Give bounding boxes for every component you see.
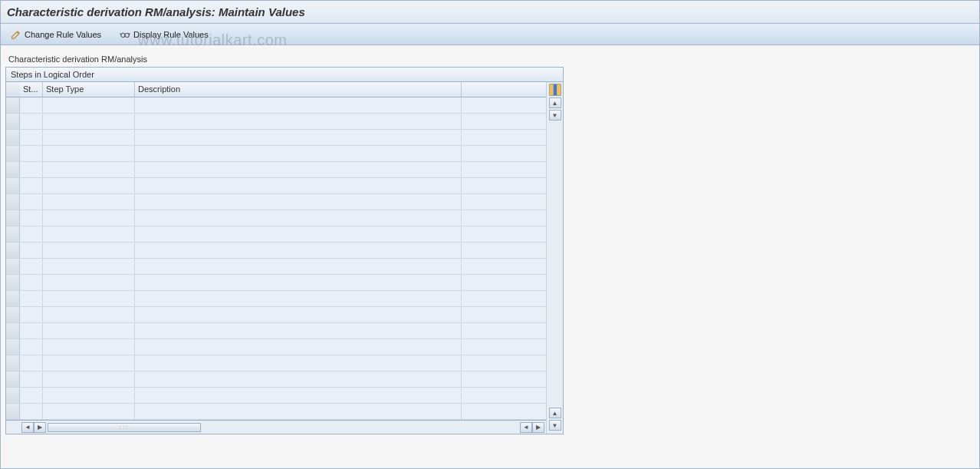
cell-description[interactable] <box>135 178 462 193</box>
vscroll-step-down-button[interactable]: ▼ <box>549 110 561 121</box>
cell-description[interactable] <box>135 388 462 403</box>
cell-step-type[interactable] <box>43 388 135 403</box>
cell-description[interactable] <box>135 226 462 242</box>
cell-step-type[interactable] <box>43 226 135 242</box>
hscroll-track-left[interactable]: ::: <box>48 422 319 433</box>
cell-description[interactable] <box>135 404 462 419</box>
cell-step-type[interactable] <box>43 355 135 371</box>
table-row[interactable] <box>6 130 546 146</box>
cell-st[interactable] <box>20 275 43 290</box>
cell-step-type[interactable] <box>43 307 135 322</box>
row-selector[interactable] <box>6 178 20 193</box>
table-row[interactable] <box>6 210 546 226</box>
cell-st[interactable] <box>20 210 43 226</box>
cell-st[interactable] <box>20 178 43 193</box>
cell-st[interactable] <box>20 259 43 274</box>
cell-step-type[interactable] <box>43 146 135 161</box>
cell-st[interactable] <box>20 194 43 210</box>
table-row[interactable] <box>6 114 546 130</box>
cell-step-type[interactable] <box>43 243 135 258</box>
table-row[interactable] <box>6 307 546 323</box>
table-row[interactable] <box>6 259 546 275</box>
cell-description[interactable] <box>135 146 462 161</box>
row-selector[interactable] <box>6 259 20 274</box>
row-selector[interactable] <box>6 323 20 339</box>
cell-step-type[interactable] <box>43 210 135 226</box>
cell-description[interactable] <box>135 194 462 210</box>
configure-columns-icon[interactable] <box>549 84 561 96</box>
cell-description[interactable] <box>135 162 462 177</box>
column-header-st[interactable]: St... <box>20 82 43 97</box>
cell-description[interactable] <box>135 355 462 371</box>
cell-st[interactable] <box>20 146 43 161</box>
cell-description[interactable] <box>135 307 462 322</box>
cell-step-type[interactable] <box>43 130 135 145</box>
column-header-step-type[interactable]: Step Type <box>43 82 135 97</box>
table-row[interactable] <box>6 404 546 420</box>
cell-st[interactable] <box>20 355 43 371</box>
cell-step-type[interactable] <box>43 194 135 210</box>
table-row[interactable] <box>6 162 546 178</box>
table-row[interactable] <box>6 275 546 291</box>
cell-st[interactable] <box>20 226 43 242</box>
cell-description[interactable] <box>135 210 462 226</box>
row-selector[interactable] <box>6 339 20 355</box>
table-row[interactable] <box>6 178 546 194</box>
row-selector[interactable] <box>6 243 20 258</box>
cell-st[interactable] <box>20 162 43 177</box>
vscroll-step-up-button[interactable]: ▲ <box>549 408 561 418</box>
table-row[interactable] <box>6 339 546 355</box>
hscroll-right-button[interactable]: ◄ <box>520 422 532 433</box>
cell-st[interactable] <box>20 291 43 306</box>
cell-description[interactable] <box>135 323 462 339</box>
cell-st[interactable] <box>20 404 43 419</box>
cell-step-type[interactable] <box>43 162 135 177</box>
hscroll-left-end-button[interactable]: ◄ <box>21 422 34 433</box>
table-row[interactable] <box>6 291 546 307</box>
cell-description[interactable] <box>135 259 462 274</box>
cell-description[interactable] <box>135 275 462 290</box>
cell-description[interactable] <box>135 372 462 387</box>
row-selector[interactable] <box>6 210 20 226</box>
cell-description[interactable] <box>135 243 462 258</box>
table-row[interactable] <box>6 243 546 259</box>
cell-st[interactable] <box>20 97 43 113</box>
cell-step-type[interactable] <box>43 291 135 306</box>
row-selector[interactable] <box>6 114 20 129</box>
cell-step-type[interactable] <box>43 178 135 193</box>
cell-step-type[interactable] <box>43 275 135 290</box>
vscroll-down-button[interactable]: ▼ <box>549 420 561 431</box>
cell-st[interactable] <box>20 307 43 322</box>
table-row[interactable] <box>6 226 546 243</box>
select-all-header[interactable] <box>6 82 20 97</box>
table-row[interactable] <box>6 194 546 210</box>
cell-st[interactable] <box>20 339 43 355</box>
hscroll-left-button[interactable]: ▶ <box>34 422 46 433</box>
cell-step-type[interactable] <box>43 339 135 355</box>
cell-description[interactable] <box>135 97 462 113</box>
row-selector[interactable] <box>6 404 20 419</box>
column-header-description[interactable]: Description <box>135 82 462 97</box>
table-row[interactable] <box>6 372 546 388</box>
row-selector[interactable] <box>6 275 20 290</box>
row-selector[interactable] <box>6 307 20 322</box>
cell-step-type[interactable] <box>43 259 135 274</box>
row-selector[interactable] <box>6 355 20 371</box>
hscroll-thumb[interactable]: ::: <box>48 423 201 432</box>
row-selector[interactable] <box>6 194 20 210</box>
change-rule-values-button[interactable]: Change Rule Values <box>5 27 107 42</box>
cell-step-type[interactable] <box>43 372 135 387</box>
table-row[interactable] <box>6 146 546 162</box>
cell-description[interactable] <box>135 130 462 145</box>
cell-st[interactable] <box>20 114 43 129</box>
table-row[interactable] <box>6 355 546 372</box>
row-selector[interactable] <box>6 291 20 306</box>
row-selector[interactable] <box>6 162 20 177</box>
cell-step-type[interactable] <box>43 97 135 113</box>
row-selector[interactable] <box>6 226 20 242</box>
row-selector[interactable] <box>6 97 20 113</box>
cell-description[interactable] <box>135 339 462 355</box>
hscroll-right-end-button[interactable]: ▶ <box>532 422 544 433</box>
vscroll-up-button[interactable]: ▲ <box>549 97 561 108</box>
cell-step-type[interactable] <box>43 404 135 419</box>
